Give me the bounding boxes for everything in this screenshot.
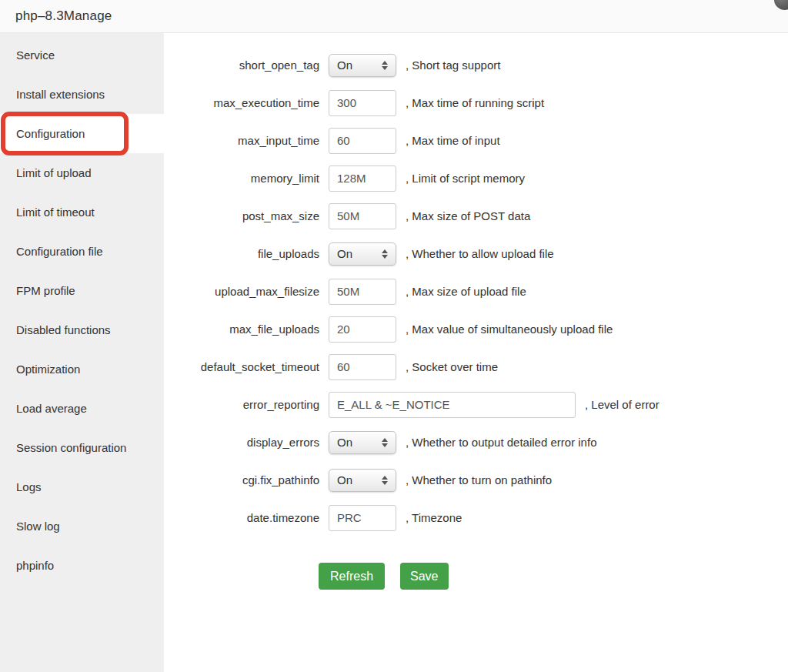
- field-description: , Max time of input: [406, 134, 500, 147]
- default-socket-timeout-input[interactable]: [329, 354, 396, 380]
- select-arrows-icon: [382, 476, 388, 485]
- form-row-post-max-size: post_max_size , Max size of POST data: [164, 197, 788, 235]
- field-label: max_execution_time: [164, 96, 319, 109]
- sidebar-item-phpinfo[interactable]: phpinfo: [0, 546, 164, 585]
- form-row-short-open-tag: short_open_tag On , Short tag support: [164, 46, 788, 84]
- sidebar-item-limit-of-upload[interactable]: Limit of upload: [0, 153, 164, 192]
- sidebar-item-label: Load average: [16, 402, 87, 415]
- sidebar-item-label: Limit of timeout: [16, 206, 95, 219]
- field-description: , Max size of upload file: [406, 285, 526, 298]
- sidebar-item-label: Disabled functions: [16, 323, 111, 336]
- field-label: upload_max_filesize: [164, 285, 319, 298]
- field-description: , Max value of simultaneously upload fil…: [406, 323, 613, 336]
- sidebar-item-fpm-profile[interactable]: FPM profile: [0, 271, 164, 310]
- field-label: short_open_tag: [164, 59, 319, 72]
- field-description: , Max size of POST data: [406, 209, 530, 222]
- max-file-uploads-input[interactable]: [329, 316, 396, 343]
- form-row-max-file-uploads: max_file_uploads , Max value of simultan…: [164, 310, 788, 348]
- select-arrows-icon: [382, 249, 388, 259]
- sidebar-item-disabled-functions[interactable]: Disabled functions: [0, 310, 164, 349]
- sidebar-item-install-extensions[interactable]: Install extensions: [0, 75, 164, 114]
- sidebar-item-label: Limit of upload: [16, 166, 92, 179]
- form-row-cgi-fix-pathinfo: cgi.fix_pathinfo On , Whether to turn on…: [164, 461, 788, 499]
- form-row-error-reporting: error_reporting , Level of error: [164, 386, 788, 423]
- select-arrows-icon: [382, 61, 388, 70]
- field-label: date.timezone: [164, 511, 319, 524]
- form-row-file-uploads: file_uploads On , Whether to allow uploa…: [164, 235, 788, 272]
- form-row-date-timezone: date.timezone , Timezone: [164, 499, 788, 537]
- sidebar-item-label: phpinfo: [16, 559, 54, 572]
- sidebar-item-service[interactable]: Service: [0, 35, 164, 75]
- field-description: , Socket over time: [406, 360, 498, 373]
- field-label: display_errors: [164, 436, 319, 449]
- sidebar-item-label: Slow log: [16, 520, 60, 533]
- page-title: php–8.3Manage: [15, 8, 112, 24]
- form-row-max-execution-time: max_execution_time , Max time of running…: [164, 84, 788, 122]
- upload-max-filesize-input[interactable]: [329, 279, 396, 305]
- form-row-memory-limit: memory_limit , Limit of script memory: [164, 159, 788, 197]
- display-errors-select[interactable]: On: [329, 431, 396, 454]
- file-uploads-select[interactable]: On: [329, 242, 396, 266]
- field-label: default_socket_timeout: [164, 360, 319, 373]
- sidebar-item-label: Optimization: [16, 363, 80, 376]
- field-description: , Limit of script memory: [406, 172, 525, 185]
- field-label: post_max_size: [164, 209, 319, 222]
- sidebar-item-slow-log[interactable]: Slow log: [0, 507, 164, 546]
- field-label: file_uploads: [164, 247, 319, 260]
- form-row-default-socket-timeout: default_socket_timeout , Socket over tim…: [164, 348, 788, 386]
- short-open-tag-select[interactable]: On: [329, 54, 396, 77]
- form-row-max-input-time: max_input_time , Max time of input: [164, 122, 788, 159]
- sidebar-item-label: Configuration file: [16, 245, 103, 258]
- field-label: cgi.fix_pathinfo: [164, 473, 319, 486]
- sidebar-item-configuration[interactable]: Configuration: [0, 114, 164, 153]
- refresh-button[interactable]: Refresh: [319, 563, 385, 590]
- sidebar: Service Install extensions Configuration…: [0, 33, 164, 672]
- field-description: , Max time of running script: [406, 96, 544, 109]
- select-value: On: [337, 247, 382, 260]
- sidebar-item-label: Logs: [16, 480, 42, 493]
- sidebar-item-label: Service: [16, 48, 55, 62]
- sidebar-item-session-configuration[interactable]: Session configuration: [0, 428, 164, 467]
- sidebar-item-load-average[interactable]: Load average: [0, 389, 164, 428]
- form-actions: Refresh Save: [319, 563, 788, 590]
- select-value: On: [337, 59, 382, 72]
- field-description: , Whether to turn on pathinfo: [406, 473, 552, 486]
- sidebar-item-optimization[interactable]: Optimization: [0, 349, 164, 389]
- save-button[interactable]: Save: [400, 563, 448, 590]
- field-description: , Whether to allow upload file: [406, 247, 554, 260]
- field-description: , Whether to output detailed error info: [406, 436, 596, 449]
- field-description: , Level of error: [585, 398, 659, 411]
- select-value: On: [337, 436, 382, 449]
- field-description: , Short tag support: [406, 59, 500, 72]
- sidebar-item-limit-of-timeout[interactable]: Limit of timeout: [0, 192, 164, 232]
- field-label: max_file_uploads: [164, 323, 319, 336]
- max-input-time-input[interactable]: [329, 128, 396, 154]
- select-value: On: [337, 473, 382, 486]
- form-row-upload-max-filesize: upload_max_filesize , Max size of upload…: [164, 272, 788, 310]
- max-execution-time-input[interactable]: [329, 90, 396, 116]
- sidebar-item-logs[interactable]: Logs: [0, 467, 164, 507]
- configuration-form: short_open_tag On , Short tag support ma…: [164, 33, 788, 672]
- sidebar-item-label: Session configuration: [16, 441, 126, 454]
- field-label: error_reporting: [164, 398, 319, 411]
- form-row-display-errors: display_errors On , Whether to output de…: [164, 423, 788, 461]
- field-description: , Timezone: [406, 511, 462, 524]
- field-label: max_input_time: [164, 134, 319, 147]
- sidebar-item-configuration-file[interactable]: Configuration file: [0, 232, 164, 271]
- error-reporting-input[interactable]: [329, 392, 576, 418]
- date-timezone-input[interactable]: [329, 505, 396, 531]
- cgi-fix-pathinfo-select[interactable]: On: [329, 469, 396, 492]
- field-label: memory_limit: [164, 172, 319, 185]
- sidebar-item-label: Configuration: [16, 127, 85, 140]
- select-arrows-icon: [382, 438, 388, 447]
- app-header: php–8.3Manage: [0, 0, 788, 33]
- post-max-size-input[interactable]: [329, 203, 396, 229]
- sidebar-item-label: FPM profile: [16, 284, 75, 297]
- sidebar-item-label: Install extensions: [16, 88, 105, 101]
- memory-limit-input[interactable]: [329, 165, 396, 192]
